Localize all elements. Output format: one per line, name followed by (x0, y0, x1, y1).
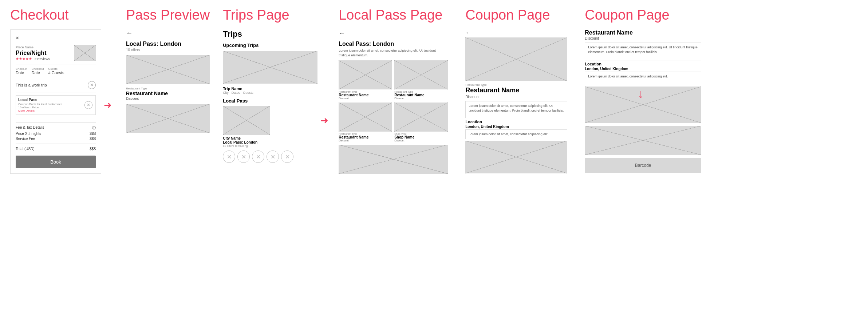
fee-tax-label: Fee & Tax Details (16, 125, 44, 131)
work-trip-toggle[interactable]: ✕ (88, 81, 96, 89)
guests-col: Guests # Guests (48, 67, 64, 75)
price-nights-row: Price X # nights $$$ (16, 132, 96, 136)
card-4-type: Shop Type (394, 133, 448, 135)
local-pass-title: Local Pass (18, 98, 93, 102)
coupon-right-desc: Lorem ipsum dolor sit amet, consectetur … (588, 45, 698, 54)
close-icon[interactable]: × (16, 35, 96, 41)
back-arrow[interactable]: ← (126, 29, 210, 37)
coupon-right-loc-desc: Lorem ipsum dolor sit amet, consectetur … (588, 74, 698, 79)
coupon-left-title: Coupon Page (465, 7, 550, 23)
icon-2: ✕ (237, 151, 250, 163)
card-1: Restaurant Type Restaurant Name Discount (339, 60, 392, 100)
trip-sub: City - Dates - Guests (223, 91, 317, 95)
pass-title: Local Pass: London (126, 41, 210, 47)
icon-row: ✕ ✕ ✕ ✕ ✕ (223, 151, 317, 163)
coupon-right-section: ↓ Coupon Page Restaurant Name Discount L… (574, 7, 708, 173)
coupon-map-image (465, 141, 567, 173)
coupon-right-panel: Restaurant Name Discount Lorem ipsum dol… (585, 29, 701, 173)
coupon-desc-box: Lorem ipsum dolor sit amet, consectetur … (465, 101, 567, 118)
upcoming-trip-image (223, 51, 317, 84)
checkout-label: Checkout (32, 67, 44, 71)
coupon-right-desc-box: Lorem ipsum dolor sit amet, consectetur … (585, 43, 701, 60)
coupon-right-city: London, United Kingdom (585, 67, 701, 71)
upcoming-label: Upcoming Trips (223, 43, 317, 48)
icon-3: ✕ (252, 151, 264, 163)
trips-title: Trips Page (223, 7, 289, 23)
icon-4: ✕ (267, 151, 279, 163)
coupon-right-location: Location (585, 62, 701, 66)
lp-page-desc: Lorem ipsum dolor sit amet, consectetur … (339, 48, 448, 57)
checkin-col: Check-in Date (16, 67, 27, 75)
coupon-left-panel: ← Restaurant Type Restaurant Name Discou… (465, 29, 567, 173)
rest-name: Restaurant Name (126, 91, 210, 96)
card-1-type: Restaurant Type (339, 91, 392, 93)
guests-val: # Guests (48, 71, 64, 75)
lp-bottom-image (339, 145, 448, 174)
date-row: Check-in Date Checkout Date Guests # Gue… (16, 67, 96, 75)
coupon-down-arrow: ↓ (638, 87, 644, 101)
barcode-label: Barcode (635, 163, 651, 168)
coupon-main-image (465, 37, 567, 81)
card-3-disc: Discount (339, 139, 392, 142)
pass-preview-section: Pass Preview ← Local Pass: London 10 off… (108, 7, 216, 133)
card-4-disc: Discount (394, 139, 448, 142)
book-button[interactable]: Book (16, 156, 96, 168)
city-name: City Name (223, 136, 317, 140)
price-night: Price/Night (16, 50, 50, 56)
local-pass-toggle[interactable]: ✕ (84, 101, 92, 109)
local-pass-sub1: Coupon Book for local businesses (18, 103, 93, 106)
total-label: Total (USD) (16, 147, 35, 151)
card-3-image (339, 103, 392, 132)
lp-name: Local Pass: London (223, 140, 317, 144)
card-1-disc: Discount (339, 97, 392, 100)
card-3: Restaurant Type Restaurant Name Discount (339, 103, 392, 142)
card-4: Shop Type Shop Name Discount (394, 103, 448, 142)
card-grid-top: Restaurant Type Restaurant Name Discount… (339, 60, 448, 100)
card-4-image (394, 103, 448, 132)
discount-label: Discount (126, 97, 210, 100)
total-val: $$$ (90, 147, 96, 151)
coupon-right-name: Restaurant Name (585, 29, 701, 36)
card-2-disc: Discount (394, 97, 448, 100)
checkout-col: Checkout Date (32, 67, 44, 75)
guests-label: Guests (48, 67, 64, 71)
reviews: # Reviews (35, 57, 50, 61)
pass-preview-title: Pass Preview (126, 7, 210, 23)
local-pass-box: Local Pass Coupon Book for local busines… (16, 95, 96, 115)
rest-type-label: Restaurant Type (126, 87, 210, 90)
checkout-panel: × Place Name Price/Night ★★★★★ # Reviews… (10, 29, 101, 174)
lp-trip-image (223, 106, 270, 135)
lp-item-container: ➜ (223, 106, 317, 135)
work-trip-label: This is a work trip (16, 83, 47, 87)
checkout-val: Date (32, 71, 44, 75)
work-trip-row: This is a work trip ✕ (16, 81, 96, 89)
place-label: Place Name (16, 45, 50, 49)
location-val: London, United Kingdom (465, 125, 567, 129)
local-pass-page-panel: ← Local Pass: London Lorem ipsum dolor s… (339, 29, 448, 174)
coupon-right-image-2 (585, 126, 701, 155)
property-image (74, 45, 96, 61)
info-icon: ⓘ (92, 125, 96, 131)
local-pass-page-title: Local Pass Page (339, 7, 442, 23)
card-4-name: Shop Name (394, 135, 448, 139)
coupon-left-section: Coupon Page ← Restaurant Type Restaurant… (454, 7, 574, 173)
trips-page-title: Trips (223, 29, 317, 39)
lp-arrow: ➜ (320, 115, 328, 126)
service-fee-label: Service Fee (16, 137, 35, 141)
icon-5: ✕ (281, 151, 293, 163)
checkin-val: Date (16, 71, 27, 75)
card-2: Restaurant Type Restaurant Name Discount (394, 60, 448, 100)
checkout-title: Checkout (10, 7, 69, 23)
coupon-back-arrow[interactable]: ← (465, 29, 567, 36)
pass-image-1 (126, 55, 210, 84)
pass-offers: 10 offers (126, 48, 210, 52)
local-pass-more[interactable]: More Details (18, 109, 93, 112)
coupon-rest-name: Restaurant Name (465, 87, 567, 94)
card-2-image (394, 60, 448, 89)
lp-back-arrow[interactable]: ← (339, 29, 448, 37)
coupon-desc: Lorem ipsum dolor sit amet, consectetur … (469, 104, 564, 113)
coupon-right-discount: Discount (585, 36, 701, 40)
price-nights-val: $$$ (90, 132, 96, 136)
card-2-type: Restaurant Type (394, 91, 448, 93)
location-desc: Lorem ipsum dolor sit amet, consectetur … (469, 132, 564, 137)
